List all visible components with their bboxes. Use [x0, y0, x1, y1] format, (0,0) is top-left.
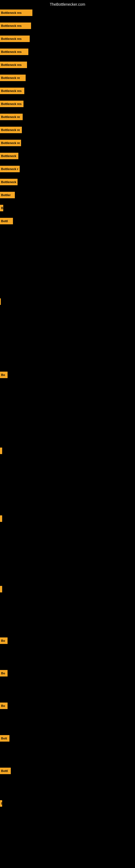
bar-item-23: Bo — [0, 670, 8, 677]
bar-item-0: Bottleneck res — [0, 9, 32, 16]
bar-item-16: Bottl — [0, 218, 13, 224]
bar-item-5: Bottleneck re — [0, 74, 26, 81]
bar-item-27: B — [0, 800, 2, 807]
bar-item-24: Bo — [0, 703, 8, 709]
bar-item-10: Bottleneck re — [0, 140, 21, 146]
bar-item-3: Bottleneck res — [0, 49, 28, 55]
bar-item-12: Bottleneck r — [0, 166, 20, 172]
bar-item-9: Bottleneck re — [0, 127, 22, 133]
bar-item-1: Bottleneck res — [0, 23, 31, 29]
bar-item-8: Bottleneck re — [0, 114, 23, 120]
bar-item-15: B — [0, 205, 3, 211]
site-title: TheBottlenecker.com — [50, 2, 85, 6]
bar-item-26: Bottl — [0, 768, 11, 774]
bar-item-11: Bottleneck — [0, 153, 18, 159]
bar-item-22: Bo — [0, 638, 8, 644]
bar-item-19 — [0, 447, 2, 454]
bar-item-6: Bottleneck res — [0, 88, 24, 94]
bar-item-25: Bott — [0, 735, 9, 742]
bar-item-20 — [0, 516, 2, 522]
bar-item-14: Bottler — [0, 192, 15, 198]
bar-item-18: Bo — [0, 372, 8, 378]
bar-item-13: Bottleneck — [0, 179, 17, 185]
bar-item-7: Bottleneck res — [0, 101, 24, 107]
bar-item-4: Bottleneck res — [0, 62, 27, 68]
bar-item-21 — [0, 586, 2, 592]
bar-line-17 — [0, 299, 1, 305]
bar-item-2: Bottleneck res — [0, 35, 30, 42]
